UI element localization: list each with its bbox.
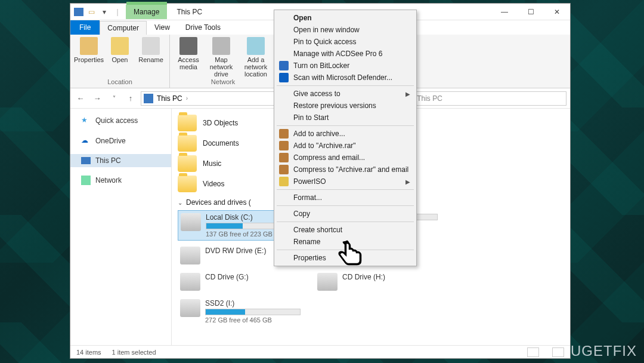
ribbon-properties-button[interactable]: Properties: [75, 37, 103, 63]
qat-properties-icon[interactable]: ▾: [99, 7, 110, 17]
ribbon-rename-button[interactable]: Rename: [137, 37, 165, 63]
view-large-icons-button[interactable]: [552, 347, 564, 357]
context-item[interactable]: Open: [275, 12, 415, 24]
context-item-icon: [279, 61, 289, 70]
context-item[interactable]: Copy: [275, 208, 415, 220]
contextual-tab-manage[interactable]: Manage: [126, 5, 167, 19]
cloud-icon: ☁: [81, 136, 91, 146]
maximize-button[interactable]: ☐: [518, 4, 544, 20]
drive-capacity-bar: [205, 309, 301, 315]
context-item-label: Add to "Archive.rar": [293, 141, 356, 150]
context-item-label: Open in new window: [293, 26, 360, 34]
context-item-icon: [279, 129, 289, 139]
context-item[interactable]: Manage with ACDSee Pro 6: [275, 48, 415, 60]
context-item[interactable]: Open in new window: [275, 24, 415, 36]
context-item[interactable]: Add to archive...: [275, 128, 415, 140]
context-item[interactable]: Create shortcut: [275, 224, 415, 236]
context-item[interactable]: Format...: [275, 192, 415, 204]
status-item-count: 14 items: [76, 349, 101, 356]
nav-forward-button[interactable]: →: [91, 92, 104, 105]
qat-separator: |: [112, 7, 123, 17]
folder-label: Documents: [203, 139, 239, 147]
nav-up-button[interactable]: ↑: [124, 92, 137, 105]
chevron-down-icon: ⌄: [178, 199, 182, 206]
context-item-label: PowerISO: [293, 177, 326, 186]
nav-recent-dropdown[interactable]: ˅: [107, 92, 120, 105]
context-item-icon: [279, 73, 289, 82]
nav-sidebar: ★ Quick access ☁ OneDrive This PC Networ…: [70, 109, 172, 345]
address-crumb[interactable]: This PC: [157, 94, 182, 103]
context-item[interactable]: Give access to▶: [275, 88, 415, 100]
context-item[interactable]: Restore previous versions: [275, 100, 415, 112]
tab-file[interactable]: File: [70, 20, 100, 35]
contextual-tab-stripe: [126, 2, 167, 5]
drive-label: CD Drive (G:): [205, 273, 301, 281]
context-item[interactable]: Compress to "Archive.rar" and email: [275, 164, 415, 176]
qat-new-folder-icon[interactable]: ▭: [86, 7, 97, 17]
context-item-label: Scan with Microsoft Defender...: [293, 73, 392, 82]
ribbon-group-network: Access media Map network drive Add a net…: [170, 35, 277, 88]
folder-label: Music: [203, 159, 221, 168]
status-selection: 1 item selected: [112, 349, 156, 356]
context-item-label: Properties: [293, 254, 326, 262]
drive-item[interactable]: SSD2 (I:)272 GB free of 465 GB: [178, 297, 303, 326]
context-item[interactable]: Scan with Microsoft Defender...: [275, 72, 415, 84]
context-item[interactable]: Rename: [275, 236, 415, 248]
ribbon-add-network-button[interactable]: Add a network location: [240, 37, 271, 78]
tab-drive-tools[interactable]: Drive Tools: [178, 20, 228, 35]
context-item-label: Copy: [293, 210, 310, 218]
view-details-button[interactable]: [527, 347, 539, 357]
context-item[interactable]: Turn on BitLocker: [275, 60, 415, 72]
submenu-arrow-icon: ▶: [405, 91, 410, 97]
context-item-icon: [279, 141, 289, 150]
tab-computer[interactable]: Computer: [100, 21, 147, 35]
pc-icon: [81, 157, 91, 164]
drive-icon: [180, 247, 200, 264]
sidebar-item-quick-access[interactable]: ★ Quick access: [70, 113, 171, 128]
context-separator: [277, 85, 414, 86]
sidebar-item-this-pc[interactable]: This PC: [70, 154, 171, 167]
sidebar-item-label: OneDrive: [95, 137, 126, 145]
ribbon-map-network-button[interactable]: Map network drive: [206, 37, 237, 78]
minimize-button[interactable]: —: [491, 4, 518, 20]
drive-free-text: 272 GB free of 465 GB: [205, 316, 301, 324]
context-item-label: Turn on BitLocker: [293, 61, 349, 70]
ribbon-access-media-button[interactable]: Access media: [175, 37, 202, 78]
context-item[interactable]: PowerISO▶: [275, 176, 415, 187]
sidebar-item-network[interactable]: Network: [70, 173, 171, 187]
pc-icon: [74, 8, 83, 16]
context-item-label: Create shortcut: [293, 226, 342, 234]
sidebar-item-label: This PC: [95, 156, 121, 165]
section-label: Devices and drives (: [186, 198, 251, 207]
nav-back-button[interactable]: ←: [74, 92, 87, 105]
context-item[interactable]: Add to "Archive.rar": [275, 140, 415, 152]
ribbon-group-label-location: Location: [75, 78, 165, 85]
context-item[interactable]: Pin to Start: [275, 112, 415, 124]
context-item[interactable]: Compress and email...: [275, 152, 415, 164]
crumb-chevron-icon[interactable]: ›: [186, 95, 188, 101]
open-folder-icon: [111, 37, 129, 55]
context-item-label: Open: [293, 14, 312, 22]
context-item[interactable]: Properties: [275, 252, 415, 264]
context-item-label: Restore previous versions: [293, 101, 376, 110]
folder-icon: [178, 135, 197, 152]
pc-icon: [144, 94, 153, 103]
rename-icon: [142, 37, 160, 55]
properties-icon: [80, 37, 98, 55]
context-separator: [277, 189, 414, 190]
drive-label: CD Drive (H:): [342, 273, 438, 281]
tab-view[interactable]: View: [147, 20, 178, 35]
context-item-label: Manage with ACDSee Pro 6: [293, 50, 382, 58]
context-separator: [277, 125, 414, 126]
drive-icon: [181, 213, 201, 231]
context-separator: [277, 205, 414, 206]
drive-item[interactable]: CD Drive (H:): [315, 270, 440, 293]
sidebar-item-onedrive[interactable]: ☁ OneDrive: [70, 134, 171, 148]
ribbon-open-button[interactable]: Open: [106, 37, 134, 63]
drive-icon: [317, 273, 338, 291]
context-item[interactable]: Pin to Quick access: [275, 36, 415, 48]
sidebar-item-label: Network: [95, 176, 122, 184]
context-item-label: Format...: [293, 193, 322, 202]
close-button[interactable]: ✕: [544, 4, 570, 20]
drive-item[interactable]: CD Drive (G:): [178, 270, 303, 293]
